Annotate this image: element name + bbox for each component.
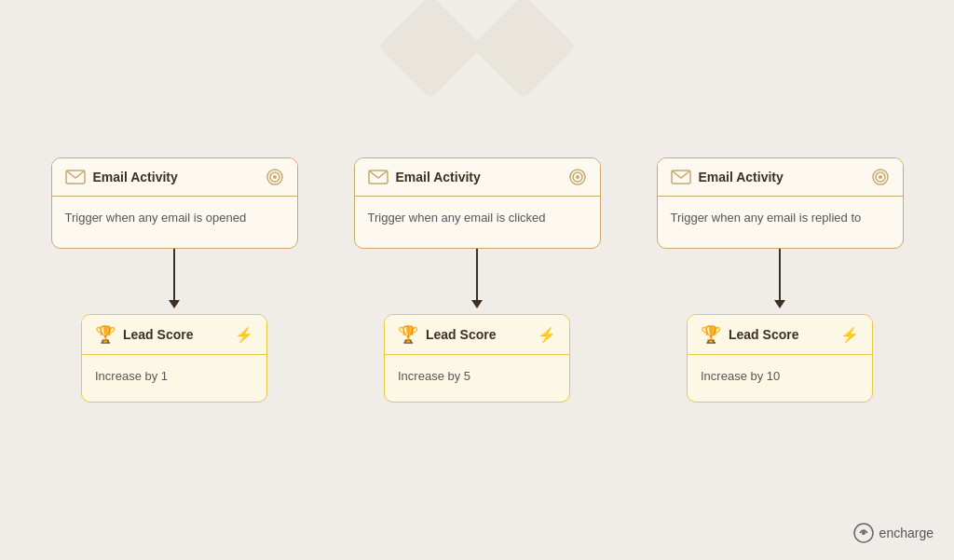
lead-card-title-2: Lead Score [426,327,496,342]
trophy-icon-2: 🏆 [398,324,418,345]
email-card-body-3: Trigger when any email is replied to [658,197,903,248]
arrow-head-3 [774,300,785,308]
lead-card-header-1: 🏆 Lead Score ⚡ [82,315,266,355]
trophy-icon-3: 🏆 [701,324,721,345]
svg-point-7 [576,175,579,179]
lead-card-header-left-1: 🏆 Lead Score [95,324,193,345]
lead-card-body-3: Increase by 10 [688,355,872,402]
arrow-line-3 [779,249,781,300]
target-icon-1 [266,168,284,186]
workflow-canvas: Email Activity Trigger when any email is… [0,0,954,560]
arrow-connector-1 [169,249,180,314]
email-icon-1 [65,170,86,184]
workflow-col-2: Email Activity Trigger when any email is… [354,157,601,403]
email-card-body-1: Trigger when any email is opened [52,197,297,248]
email-card-header-2: Email Activity [355,158,600,197]
svg-point-3 [273,175,277,179]
encharge-logo-text: encharge [879,526,934,540]
svg-point-13 [862,531,865,535]
email-card-header-3: Email Activity [658,158,903,197]
lead-score-card-2[interactable]: 🏆 Lead Score ⚡ Increase by 5 [384,314,570,403]
lead-score-card-3[interactable]: 🏆 Lead Score ⚡ Increase by 10 [687,314,873,403]
email-activity-card-2[interactable]: Email Activity Trigger when any email is… [354,157,601,249]
email-card-header-left-1: Email Activity [65,170,178,184]
lead-card-header-left-3: 🏆 Lead Score [701,324,798,345]
email-activity-card-1[interactable]: Email Activity Trigger when any email is… [51,157,298,249]
arrow-line-2 [476,249,478,300]
lead-card-header-2: 🏆 Lead Score ⚡ [385,315,569,355]
target-icon-3 [871,168,890,186]
workflow-col-3: Email Activity Trigger when any email is… [657,157,904,403]
workflow-col-1: Email Activity Trigger when any email is… [51,157,298,403]
encharge-logo: encharge [853,523,934,543]
bolt-icon-3: ⚡ [840,326,859,344]
target-icon-2 [568,168,587,186]
email-card-body-2: Trigger when any email is clicked [355,197,600,248]
lead-card-header-3: 🏆 Lead Score ⚡ [688,315,872,355]
arrow-connector-3 [774,249,785,314]
lead-card-title-1: Lead Score [123,327,193,342]
lead-card-title-3: Lead Score [729,327,798,342]
email-card-header-left-2: Email Activity [368,170,481,184]
arrow-connector-2 [471,249,483,314]
trophy-icon-1: 🏆 [95,324,116,345]
lead-card-body-2: Increase by 5 [385,355,569,402]
bolt-icon-2: ⚡ [538,326,556,344]
email-card-header-left-3: Email Activity [671,170,784,184]
email-icon-3 [671,170,691,184]
lead-card-header-left-2: 🏆 Lead Score [398,324,496,345]
svg-point-11 [879,175,882,179]
arrow-line-1 [173,249,175,300]
bolt-icon-1: ⚡ [235,326,253,344]
lead-score-card-1[interactable]: 🏆 Lead Score ⚡ Increase by 1 [81,314,267,403]
email-icon-2 [368,170,388,184]
arrow-head-2 [471,300,483,308]
email-card-title-1: Email Activity [93,170,178,184]
arrow-head-1 [169,300,180,308]
email-activity-card-3[interactable]: Email Activity Trigger when any email is… [657,157,904,249]
email-card-header-1: Email Activity [52,158,297,197]
encharge-logo-icon [853,523,874,543]
email-card-title-3: Email Activity [699,170,784,184]
lead-card-body-1: Increase by 1 [82,355,266,402]
email-card-title-2: Email Activity [396,170,481,184]
